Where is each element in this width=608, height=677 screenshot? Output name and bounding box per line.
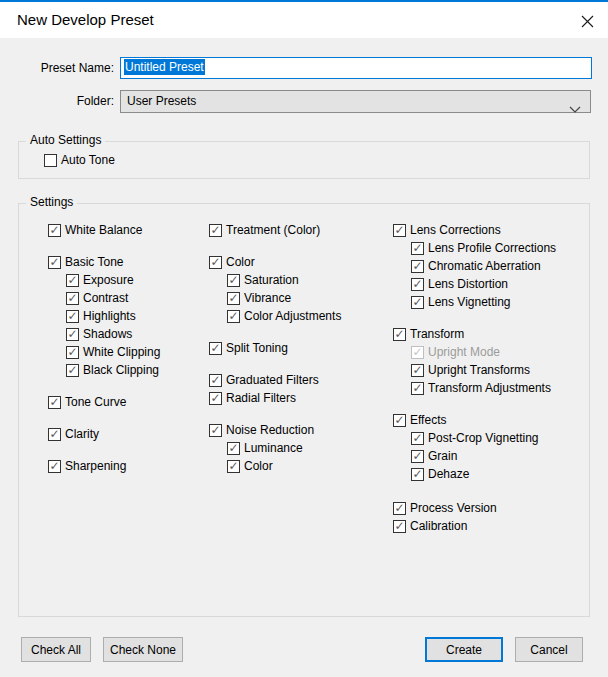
checkbox-label[interactable]: Transform Adjustments	[428, 381, 551, 395]
checkbox-label[interactable]: Color Adjustments	[244, 309, 341, 323]
checkbox[interactable]: ✓	[227, 310, 240, 323]
checkbox[interactable]: ✓	[411, 382, 424, 395]
checkbox-label[interactable]: Black Clipping	[83, 363, 159, 377]
check-all-button[interactable]: Check All	[21, 637, 91, 662]
checkbox[interactable]: ✓	[48, 256, 61, 269]
checkbox[interactable]: ✓	[411, 278, 424, 291]
checkbox-label[interactable]: Upright Transforms	[428, 363, 530, 377]
setting-row: ✓Tone Curve	[48, 393, 160, 411]
checkbox-label[interactable]: Split Toning	[226, 341, 288, 355]
checkbox-label[interactable]: Treatment (Color)	[226, 223, 320, 237]
cancel-button[interactable]: Cancel	[515, 637, 583, 662]
setting-row: ✓Luminance	[227, 439, 341, 457]
checkbox[interactable]: ✓	[393, 520, 406, 533]
setting-row: ✓Black Clipping	[66, 361, 160, 379]
setting-row: ✓White Clipping	[66, 343, 160, 361]
checkbox-label[interactable]: Calibration	[410, 519, 467, 533]
checkbox-label[interactable]: Lens Vignetting	[428, 295, 511, 309]
checkbox-label[interactable]: White Clipping	[83, 345, 160, 359]
auto-tone-checkbox[interactable]	[44, 154, 57, 167]
checkbox-label[interactable]: Lens Distortion	[428, 277, 508, 291]
checkbox-label[interactable]: Grain	[428, 449, 457, 463]
setting-row: ✓Color	[227, 457, 341, 475]
checkbox-label[interactable]: Contrast	[83, 291, 128, 305]
close-icon[interactable]	[578, 12, 596, 30]
checkbox-label[interactable]: Shadows	[83, 327, 132, 341]
checkbox-label: Upright Mode	[428, 345, 500, 359]
setting-row: ✓Lens Corrections	[393, 221, 556, 239]
auto-tone-label[interactable]: Auto Tone	[61, 153, 115, 167]
checkbox[interactable]: ✓	[66, 274, 79, 287]
checkbox[interactable]: ✓	[48, 396, 61, 409]
checkbox-label[interactable]: Luminance	[244, 441, 303, 455]
checkbox[interactable]: ✓	[411, 260, 424, 273]
checkbox[interactable]: ✓	[48, 460, 61, 473]
folder-label: Folder:	[0, 90, 114, 113]
checkbox[interactable]: ✓	[66, 364, 79, 377]
setting-row: ✓Lens Vignetting	[411, 293, 556, 311]
checkbox[interactable]: ✓	[411, 468, 424, 481]
checkbox-label[interactable]: Effects	[410, 413, 446, 427]
checkbox-label[interactable]: Vibrance	[244, 291, 291, 305]
checkbox-label[interactable]: Radial Filters	[226, 391, 296, 405]
checkbox[interactable]: ✓	[209, 392, 222, 405]
folder-select[interactable]: User Presets	[120, 90, 591, 113]
checkbox[interactable]: ✓	[66, 328, 79, 341]
checkbox[interactable]: ✓	[227, 460, 240, 473]
checkbox-label[interactable]: Basic Tone	[65, 255, 123, 269]
setting-row: ✓Color	[209, 253, 341, 271]
create-button[interactable]: Create	[425, 637, 503, 662]
checkbox[interactable]: ✓	[48, 428, 61, 441]
preset-name-value: Untitled Preset	[124, 59, 205, 75]
checkbox[interactable]: ✓	[227, 442, 240, 455]
chevron-down-icon	[569, 99, 581, 120]
checkbox[interactable]: ✓	[209, 224, 222, 237]
check-none-button[interactable]: Check None	[103, 637, 183, 662]
preset-name-input[interactable]: Untitled Preset	[120, 57, 592, 79]
checkbox-label[interactable]: Color	[226, 255, 255, 269]
setting-row: ✓Upright Transforms	[411, 361, 556, 379]
checkbox-label[interactable]: Lens Corrections	[410, 223, 501, 237]
checkbox-label[interactable]: Noise Reduction	[226, 423, 314, 437]
checkbox[interactable]: ✓	[411, 432, 424, 445]
checkbox[interactable]: ✓	[411, 296, 424, 309]
checkbox-label[interactable]: Graduated Filters	[226, 373, 319, 387]
setting-row: ✓Transform	[393, 325, 556, 343]
setting-row: ✓Radial Filters	[209, 389, 341, 407]
checkbox-label[interactable]: Post-Crop Vignetting	[428, 431, 539, 445]
checkbox-label[interactable]: Highlights	[83, 309, 136, 323]
checkbox[interactable]: ✓	[227, 274, 240, 287]
checkbox[interactable]: ✓	[393, 224, 406, 237]
checkbox[interactable]: ✓	[66, 346, 79, 359]
checkbox-label[interactable]: Color	[244, 459, 273, 473]
checkbox-label[interactable]: Tone Curve	[65, 395, 126, 409]
folder-selected-value: User Presets	[127, 94, 196, 108]
checkbox-label[interactable]: Clarity	[65, 427, 99, 441]
checkbox[interactable]: ✓	[209, 256, 222, 269]
checkbox-label[interactable]: Transform	[410, 327, 464, 341]
checkbox-label[interactable]: Sharpening	[65, 459, 126, 473]
checkbox-label[interactable]: Saturation	[244, 273, 299, 287]
checkbox[interactable]: ✓	[66, 310, 79, 323]
checkbox[interactable]: ✓	[227, 292, 240, 305]
checkbox[interactable]: ✓	[209, 374, 222, 387]
setting-row: ✓Saturation	[227, 271, 341, 289]
checkbox[interactable]: ✓	[66, 292, 79, 305]
checkbox-label[interactable]: Lens Profile Corrections	[428, 241, 556, 255]
checkbox[interactable]: ✓	[411, 364, 424, 377]
checkbox-label[interactable]: Process Version	[410, 501, 497, 515]
checkbox-label[interactable]: White Balance	[65, 223, 142, 237]
checkbox[interactable]: ✓	[209, 424, 222, 437]
checkbox[interactable]: ✓	[393, 328, 406, 341]
checkbox-label[interactable]: Exposure	[83, 273, 134, 287]
setting-row: ✓Graduated Filters	[209, 371, 341, 389]
checkbox-label[interactable]: Dehaze	[428, 467, 469, 481]
checkbox[interactable]: ✓	[48, 224, 61, 237]
checkbox[interactable]: ✓	[411, 450, 424, 463]
checkbox[interactable]: ✓	[393, 502, 406, 515]
setting-row: ✓Lens Distortion	[411, 275, 556, 293]
checkbox[interactable]: ✓	[411, 242, 424, 255]
checkbox[interactable]: ✓	[393, 414, 406, 427]
checkbox[interactable]: ✓	[209, 342, 222, 355]
checkbox-label[interactable]: Chromatic Aberration	[428, 259, 541, 273]
